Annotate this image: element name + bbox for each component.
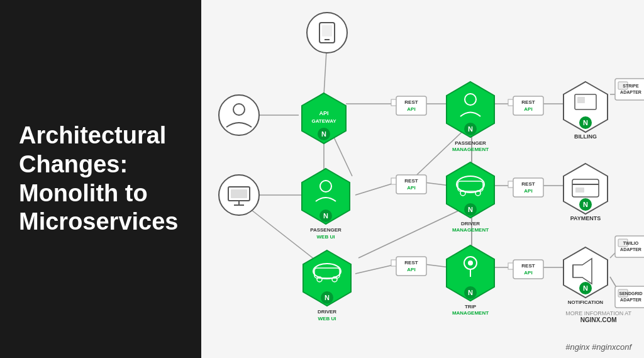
- svg-text:PASSENGER: PASSENGER: [310, 227, 341, 233]
- svg-text:N: N: [583, 284, 588, 292]
- svg-text:REST: REST: [404, 99, 418, 105]
- svg-text:MANAGEMENT: MANAGEMENT: [452, 147, 489, 152]
- more-info: MORE INFORMATION AT NGINX.COM: [565, 310, 631, 323]
- svg-text:N: N: [323, 212, 328, 220]
- svg-text:PASSENGER: PASSENGER: [455, 140, 486, 146]
- svg-text:API: API: [524, 106, 532, 112]
- svg-text:WEB UI: WEB UI: [318, 316, 336, 322]
- hashtags: #nginx #nginxconf: [565, 342, 631, 352]
- svg-text:REST: REST: [521, 263, 535, 269]
- svg-text:API: API: [407, 267, 415, 272]
- main-title: Architectural Changes: Monolith to Micro…: [19, 121, 182, 236]
- svg-text:N: N: [325, 294, 330, 301]
- svg-rect-62: [577, 97, 585, 103]
- svg-text:ADAPTER: ADAPTER: [620, 298, 641, 302]
- svg-rect-35: [322, 25, 332, 36]
- svg-text:API: API: [524, 270, 532, 276]
- svg-line-18: [355, 264, 396, 274]
- svg-text:N: N: [468, 125, 473, 133]
- svg-text:DRIVER: DRIVER: [461, 221, 480, 227]
- svg-rect-42: [231, 189, 247, 198]
- svg-rect-94: [575, 187, 584, 193]
- svg-text:REST: REST: [404, 178, 418, 184]
- svg-text:ADAPTER: ADAPTER: [620, 90, 641, 94]
- architecture-diagram: N API GATEWAY REST API N PASSENGER MANAG…: [201, 0, 644, 358]
- svg-text:N: N: [468, 206, 473, 213]
- svg-text:SENDGRID: SENDGRID: [619, 291, 643, 296]
- svg-text:N: N: [583, 119, 588, 126]
- svg-text:API: API: [524, 188, 532, 194]
- svg-text:DRIVER: DRIVER: [318, 309, 336, 315]
- svg-text:BILLING: BILLING: [574, 133, 597, 140]
- svg-text:REST: REST: [521, 181, 535, 187]
- svg-text:TWILIO: TWILIO: [623, 241, 639, 245]
- svg-text:MANAGEMENT: MANAGEMENT: [452, 227, 489, 233]
- svg-text:PAYMENTS: PAYMENTS: [570, 215, 601, 221]
- svg-text:ADAPTER: ADAPTER: [620, 247, 641, 252]
- svg-text:REST: REST: [521, 99, 535, 105]
- svg-text:N: N: [583, 201, 588, 208]
- svg-text:REST: REST: [404, 260, 418, 266]
- svg-text:NOTIFICATION: NOTIFICATION: [568, 299, 604, 305]
- svg-line-10: [355, 182, 396, 195]
- left-panel: Architectural Changes: Monolith to Micro…: [0, 0, 201, 358]
- svg-text:N: N: [468, 289, 473, 296]
- svg-point-112: [468, 260, 473, 266]
- svg-text:API: API: [407, 106, 415, 112]
- svg-text:GATEWAY: GATEWAY: [311, 118, 336, 124]
- svg-text:N: N: [321, 130, 326, 138]
- svg-text:API: API: [407, 185, 415, 191]
- svg-text:MANAGEMENT: MANAGEMENT: [452, 310, 489, 316]
- svg-text:STRIPE: STRIPE: [623, 84, 639, 88]
- svg-line-17: [248, 208, 321, 264]
- svg-text:API: API: [319, 110, 328, 116]
- svg-text:WEB UI: WEB UI: [317, 234, 335, 240]
- svg-text:TRIP: TRIP: [465, 304, 477, 310]
- right-panel: N API GATEWAY REST API N PASSENGER MANAG…: [201, 0, 644, 358]
